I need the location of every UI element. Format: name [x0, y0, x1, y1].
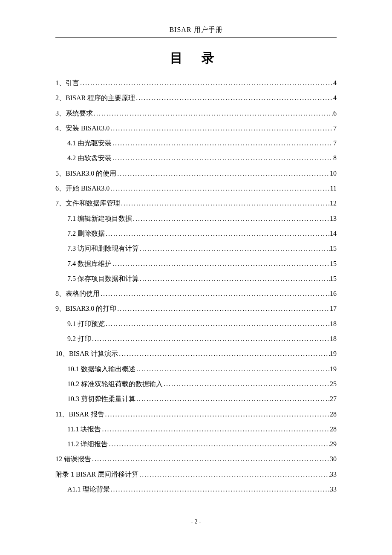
- toc-label: 10.1 数据输入输出概述: [67, 365, 135, 374]
- toc-row: 7.5 保存项目数据和计算15: [55, 275, 337, 283]
- toc-page-number: 7: [333, 124, 337, 133]
- toc-leader-dots: [108, 440, 330, 449]
- toc-row: 10.2 标准双轮组荷载的数据输入25: [55, 380, 337, 389]
- toc-row: 2、BISAR 程序的主要原理4: [55, 94, 337, 103]
- toc-label: 2、BISAR 程序的主要原理: [55, 94, 135, 103]
- toc-label: 11.1 块报告: [67, 425, 101, 434]
- toc-label: 5、BISAR3.0 的使用: [55, 169, 116, 178]
- toc-leader-dots: [100, 289, 330, 298]
- toc-page-number: 4: [333, 94, 337, 103]
- toc-leader-dots: [101, 425, 330, 434]
- toc-page-number: 12: [330, 199, 337, 208]
- toc-row: 7.4 数据库维护15: [55, 260, 337, 269]
- toc-leader-dots: [138, 470, 330, 479]
- toc-page-number: 11: [330, 184, 337, 193]
- toc-page-number: 10: [330, 169, 337, 178]
- table-of-contents: 1、引言42、BISAR 程序的主要原理43、系统要求64、安装 BISAR3.…: [55, 79, 337, 494]
- toc-label: 12 错误报告: [55, 455, 91, 464]
- toc-row: 7、文件和数据库管理12: [55, 199, 337, 208]
- toc-row: 10、BISAR 计算演示19: [55, 350, 337, 358]
- toc-page-number: 19: [330, 350, 337, 358]
- toc-label: 11.2 详细报告: [67, 440, 108, 449]
- toc-label: 10、BISAR 计算演示: [55, 350, 118, 358]
- toc-label: 4.2 由软盘安装: [67, 154, 112, 163]
- toc-leader-dots: [135, 395, 330, 404]
- toc-leader-dots: [112, 139, 333, 148]
- toc-row: 9、BISAR3.0 的打印17: [55, 304, 337, 313]
- toc-page-number: 30: [330, 455, 337, 464]
- toc-row: 4、安装 BISAR3.07: [55, 124, 337, 133]
- toc-row: 12 错误报告30: [55, 455, 337, 464]
- toc-leader-dots: [91, 455, 330, 464]
- toc-leader-dots: [110, 124, 333, 133]
- toc-row: 9.1 打印预览18: [55, 320, 337, 329]
- toc-page-number: 18: [330, 335, 337, 344]
- toc-row: 7.3 访问和删除现有计算15: [55, 244, 337, 253]
- toc-page-number: 4: [333, 79, 337, 88]
- toc-page-number: 27: [330, 395, 337, 404]
- toc-page-number: 25: [330, 380, 337, 389]
- toc-page-number: 29: [330, 440, 337, 449]
- toc-row: 4.2 由软盘安装8: [55, 154, 337, 163]
- toc-page-number: 28: [330, 425, 337, 434]
- toc-page-number: 33: [330, 485, 337, 494]
- page-number: - 2 -: [191, 518, 201, 525]
- toc-leader-dots: [110, 485, 330, 494]
- toc-label: 10.3 剪切弹性柔量计算: [67, 395, 135, 404]
- toc-label: 7.4 数据库维护: [67, 260, 112, 269]
- toc-leader-dots: [104, 410, 330, 419]
- toc-row: 7.1 编辑新建项目数据13: [55, 214, 337, 223]
- toc-leader-dots: [105, 320, 330, 329]
- toc-leader-dots: [132, 214, 330, 223]
- toc-row: 7.2 删除数据14: [55, 229, 337, 238]
- toc-page-number: 28: [330, 410, 337, 419]
- toc-page-number: 17: [330, 304, 337, 313]
- toc-label: 3、系统要求: [55, 109, 93, 118]
- toc-label: 8、表格的使用: [55, 289, 100, 298]
- toc-leader-dots: [118, 350, 330, 358]
- toc-leader-dots: [112, 260, 330, 269]
- toc-page-number: 15: [330, 275, 337, 283]
- toc-row: 11、BISAR 报告28: [55, 410, 337, 419]
- toc-page-number: 8: [333, 154, 337, 163]
- toc-label: 9、BISAR3.0 的打印: [55, 304, 116, 313]
- toc-label: 附录 1 BISAR 层间滑移计算: [55, 470, 138, 479]
- toc-row: 6、开始 BISAR3.011: [55, 184, 337, 193]
- toc-row: A1.1 理论背景33: [55, 485, 337, 494]
- toc-label: 7.3 访问和删除现有计算: [67, 244, 139, 253]
- toc-page-number: 33: [330, 470, 337, 479]
- toc-leader-dots: [139, 275, 330, 283]
- toc-page-number: 15: [330, 260, 337, 269]
- toc-page-number: 7: [333, 139, 337, 148]
- toc-leader-dots: [91, 335, 330, 344]
- toc-page-number: 19: [330, 365, 337, 374]
- page-title: 目 录: [55, 49, 337, 67]
- toc-label: 11、BISAR 报告: [55, 410, 104, 419]
- page-footer: - 2 -: [0, 518, 392, 525]
- toc-leader-dots: [135, 94, 333, 103]
- toc-leader-dots: [112, 154, 333, 163]
- toc-row: 1、引言4: [55, 79, 337, 88]
- toc-page-number: 16: [330, 289, 337, 298]
- toc-leader-dots: [120, 199, 330, 208]
- toc-label: 6、开始 BISAR3.0: [55, 184, 110, 193]
- toc-label: 7.2 删除数据: [67, 229, 105, 238]
- toc-row: 附录 1 BISAR 层间滑移计算33: [55, 470, 337, 479]
- toc-label: 9.2 打印: [67, 335, 91, 344]
- toc-leader-dots: [135, 365, 330, 374]
- toc-label: 10.2 标准双轮组荷载的数据输入: [67, 380, 163, 389]
- toc-leader-dots: [116, 169, 330, 178]
- toc-page-number: 13: [330, 214, 337, 223]
- running-head: BISAR 用户手册: [55, 26, 337, 38]
- toc-label: 7.5 保存项目数据和计算: [67, 275, 139, 283]
- toc-label: 7、文件和数据库管理: [55, 199, 120, 208]
- toc-page-number: 14: [330, 229, 337, 238]
- toc-row: 10.1 数据输入输出概述19: [55, 365, 337, 374]
- page: BISAR 用户手册 目 录 1、引言42、BISAR 程序的主要原理43、系统…: [0, 0, 392, 555]
- toc-leader-dots: [110, 184, 330, 193]
- toc-label: A1.1 理论背景: [67, 485, 110, 494]
- toc-leader-dots: [139, 244, 330, 253]
- toc-label: 4.1 由光驱安装: [67, 139, 112, 148]
- toc-page-number: 18: [330, 320, 337, 329]
- toc-leader-dots: [79, 79, 333, 88]
